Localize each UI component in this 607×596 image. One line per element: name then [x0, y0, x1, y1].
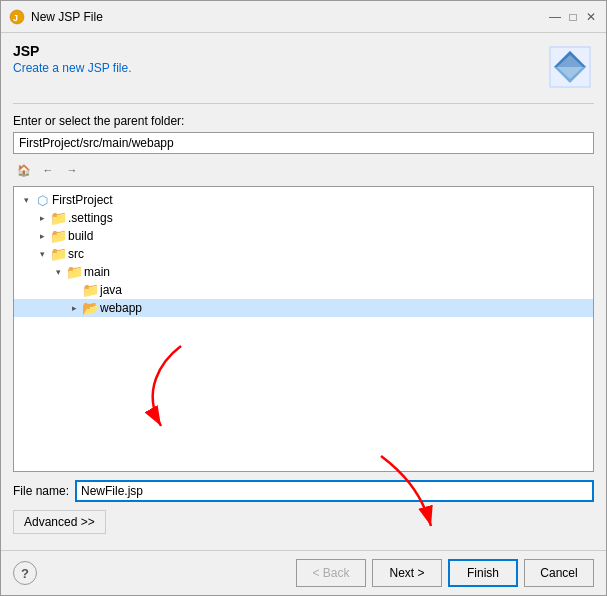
- back-nav-button[interactable]: ←: [37, 160, 59, 180]
- folder-icon: 📁: [82, 282, 98, 298]
- tree-item-label: main: [84, 265, 110, 279]
- svg-text:J: J: [13, 13, 18, 23]
- tree-item-label: java: [100, 283, 122, 297]
- tree-row[interactable]: ▸ 📁 build: [14, 227, 593, 245]
- tree-toggle[interactable]: ▸: [34, 228, 50, 244]
- filename-section: File name:: [13, 480, 594, 502]
- tree-item-label: FirstProject: [52, 193, 113, 207]
- navigation-buttons: < Back Next > Finish Cancel: [296, 559, 594, 587]
- dialog-content: JSP Create a new JSP file. Enter or sele…: [1, 33, 606, 542]
- header-section: JSP Create a new JSP file.: [13, 43, 594, 91]
- tree-toggle[interactable]: ▾: [18, 192, 34, 208]
- cancel-button[interactable]: Cancel: [524, 559, 594, 587]
- title-controls: — □ ✕: [548, 10, 598, 24]
- tree-row[interactable]: ▾ ⬡ FirstProject: [14, 191, 593, 209]
- tree-toggle[interactable]: ▸: [34, 210, 50, 226]
- tree-row[interactable]: ▸ 📁 java: [14, 281, 593, 299]
- button-bar: ? < Back Next > Finish Cancel: [1, 551, 606, 595]
- folder-icon: 📁: [50, 228, 66, 244]
- dialog-window: J New JSP File — □ ✕ JSP Create a new JS…: [0, 0, 607, 596]
- next-button[interactable]: Next >: [372, 559, 442, 587]
- minimize-button[interactable]: —: [548, 10, 562, 24]
- header-separator: [13, 103, 594, 104]
- folder-icon: 📁: [50, 246, 66, 262]
- folder-icon: 📁: [66, 264, 82, 280]
- title-bar-left: J New JSP File: [9, 9, 103, 25]
- maximize-button[interactable]: □: [566, 10, 580, 24]
- wizard-icon: [546, 43, 594, 91]
- project-folder-icon: ⬡: [34, 192, 50, 208]
- tree-row[interactable]: ▸ 📂 webapp: [14, 299, 593, 317]
- help-button[interactable]: ?: [13, 561, 37, 585]
- filename-input[interactable]: [75, 480, 594, 502]
- tree-row[interactable]: ▾ 📁 main: [14, 263, 593, 281]
- header-text: JSP Create a new JSP file.: [13, 43, 132, 75]
- tree-row[interactable]: ▸ 📁 .settings: [14, 209, 593, 227]
- tree-toggle[interactable]: ▸: [66, 300, 82, 316]
- window-title: New JSP File: [31, 10, 103, 24]
- tree-toggle[interactable]: ▾: [34, 246, 50, 262]
- home-button[interactable]: 🏠: [13, 160, 35, 180]
- finish-button[interactable]: Finish: [448, 559, 518, 587]
- tree-item-label: build: [68, 229, 93, 243]
- back-button[interactable]: < Back: [296, 559, 366, 587]
- forward-nav-button[interactable]: →: [61, 160, 83, 180]
- folder-icon: 📁: [50, 210, 66, 226]
- advanced-button[interactable]: Advanced >>: [13, 510, 106, 534]
- advanced-section: Advanced >>: [13, 510, 594, 534]
- tree-item-label: src: [68, 247, 84, 261]
- folder-path-input[interactable]: [13, 132, 594, 154]
- window-icon: J: [9, 9, 25, 25]
- wizard-subtitle: Create a new JSP file.: [13, 61, 132, 75]
- folder-tree[interactable]: ▾ ⬡ FirstProject ▸ 📁 .settings ▸ 📁 build: [13, 186, 594, 472]
- close-button[interactable]: ✕: [584, 10, 598, 24]
- folder-open-icon: 📂: [82, 300, 98, 316]
- wizard-title: JSP: [13, 43, 132, 59]
- title-bar: J New JSP File — □ ✕: [1, 1, 606, 33]
- tree-toolbar: 🏠 ← →: [13, 158, 594, 182]
- filename-label: File name:: [13, 484, 69, 498]
- tree-row[interactable]: ▾ 📁 src: [14, 245, 593, 263]
- folder-label: Enter or select the parent folder:: [13, 114, 594, 128]
- tree-toggle[interactable]: ▾: [50, 264, 66, 280]
- tree-item-label: .settings: [68, 211, 113, 225]
- tree-item-label: webapp: [100, 301, 142, 315]
